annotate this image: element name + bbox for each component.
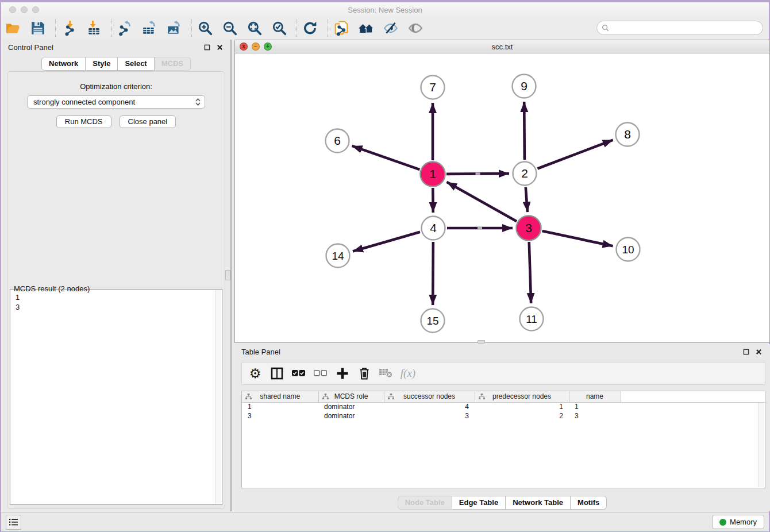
- cell-shared-name[interactable]: 1: [242, 402, 318, 411]
- first-neighbors-button[interactable]: [357, 20, 375, 37]
- mcds-result-line: 3: [16, 302, 215, 312]
- horizontal-splitter-handle[interactable]: [478, 340, 485, 344]
- tab-select[interactable]: Select: [118, 57, 154, 71]
- export-table-button[interactable]: [141, 20, 158, 37]
- close-window-icon[interactable]: [9, 6, 16, 13]
- import-network-button[interactable]: [60, 20, 78, 37]
- table-row[interactable]: 1dominator411: [242, 402, 765, 411]
- table-tabs: Node TableEdge TableNetwork TableMotifs: [234, 496, 770, 510]
- control-panel-header: Control Panel: [2, 40, 230, 55]
- delete-rows-button[interactable]: [356, 365, 373, 382]
- run-mcds-button[interactable]: Run MCDS: [56, 115, 111, 128]
- graph-edge-4-15[interactable]: [433, 242, 433, 305]
- column-header-shared-name[interactable]: shared name: [242, 391, 318, 402]
- attribute-tree-icon: [388, 394, 394, 400]
- search-input[interactable]: [609, 22, 763, 34]
- cell-successor-nodes[interactable]: 3: [384, 411, 475, 421]
- toolbar-separator: [328, 20, 328, 37]
- open-session-button[interactable]: [5, 20, 22, 37]
- zoom-in-button[interactable]: [197, 20, 214, 37]
- column-header-name[interactable]: name: [569, 391, 621, 402]
- graph-edge-2-9[interactable]: [524, 102, 525, 160]
- cell-name[interactable]: 3: [569, 411, 621, 421]
- cell-shared-name[interactable]: 3: [242, 411, 318, 421]
- attribute-tree-icon: [479, 394, 485, 400]
- memory-button[interactable]: Memory: [712, 515, 764, 529]
- close-table-panel-icon[interactable]: [754, 347, 763, 356]
- add-row-button[interactable]: [334, 365, 351, 382]
- select-all-button[interactable]: [290, 365, 307, 382]
- table-row[interactable]: 3dominator323: [242, 411, 765, 421]
- network-maximize-icon[interactable]: +: [264, 43, 272, 51]
- edge-handle: [478, 227, 482, 229]
- close-panel-button[interactable]: Close panel: [120, 115, 176, 128]
- zoom-selected-icon: [272, 21, 287, 36]
- task-history-button[interactable]: [6, 515, 21, 530]
- tab-motifs[interactable]: Motifs: [571, 496, 607, 510]
- graph-node-label-2: 2: [521, 167, 528, 180]
- vertical-splitter-handle[interactable]: [225, 270, 230, 280]
- export-network-button[interactable]: [116, 20, 133, 37]
- optimization-criterion-select[interactable]: strongly connected component: [27, 95, 205, 109]
- import-table-button[interactable]: [85, 20, 102, 37]
- close-panel-icon[interactable]: [215, 43, 224, 52]
- zoom-out-button[interactable]: [221, 20, 238, 37]
- float-table-panel-icon[interactable]: [741, 347, 750, 356]
- tab-node-table[interactable]: Node Table: [398, 496, 452, 510]
- export-image-button[interactable]: [165, 20, 183, 37]
- save-session-button[interactable]: [29, 20, 47, 37]
- graph-edge-2-3[interactable]: [526, 187, 528, 212]
- tab-network[interactable]: Network: [41, 57, 86, 71]
- graph-node-label-3: 3: [525, 221, 532, 234]
- cell-predecessor-nodes[interactable]: 1: [475, 402, 569, 411]
- settings-gear-button[interactable]: ⚙: [247, 365, 264, 382]
- cell-name[interactable]: 1: [569, 402, 621, 411]
- export-table-icon: [142, 21, 157, 36]
- cell-MCDS-role[interactable]: dominator: [318, 402, 384, 411]
- result-scrollbar[interactable]: [215, 290, 221, 504]
- column-header-successor-nodes[interactable]: successor nodes: [384, 391, 475, 402]
- selected-criterion: strongly connected component: [33, 98, 192, 106]
- graph-edge-3-10[interactable]: [542, 231, 613, 246]
- graph-edge-3-11[interactable]: [529, 242, 531, 303]
- mcds-result-textarea[interactable]: 13: [10, 289, 222, 505]
- hide-selected-button[interactable]: [382, 20, 399, 37]
- table-scrollbar[interactable]: [758, 403, 764, 487]
- network-close-icon[interactable]: x: [240, 43, 248, 51]
- tab-style[interactable]: Style: [86, 57, 118, 71]
- network-minimize-icon[interactable]: −: [252, 43, 260, 51]
- column-header-MCDS-role[interactable]: MCDS role: [318, 391, 384, 402]
- clear-table-button: [378, 365, 395, 382]
- column-header-predecessor-nodes[interactable]: predecessor nodes: [475, 391, 569, 402]
- graph-edge-1-6[interactable]: [352, 146, 419, 169]
- import-network-icon: [61, 21, 76, 36]
- toggle-columns-button[interactable]: [268, 365, 286, 382]
- mcds-result-title: MCDS result (2 nodes): [13, 284, 91, 293]
- maximize-window-icon[interactable]: [32, 6, 39, 13]
- graph-edge-3-1[interactable]: [446, 182, 517, 221]
- graph-edge-2-8[interactable]: [537, 140, 613, 169]
- hide-selected-icon: [383, 21, 398, 36]
- cell-successor-nodes[interactable]: 4: [384, 402, 475, 411]
- cell-predecessor-nodes[interactable]: 2: [475, 411, 569, 421]
- refresh-layout-button[interactable]: [302, 20, 319, 37]
- show-all-button[interactable]: [407, 20, 424, 37]
- clone-network-button[interactable]: [333, 20, 350, 37]
- zoom-fit-button[interactable]: [246, 20, 263, 37]
- cell-MCDS-role[interactable]: dominator: [318, 411, 384, 421]
- deselect-all-button[interactable]: [312, 365, 329, 382]
- toolbar-separator: [191, 20, 192, 37]
- column-label: predecessor nodes: [492, 392, 551, 400]
- table-toolbar: ⚙f(x): [241, 362, 765, 385]
- deselect-all-icon: [314, 367, 328, 380]
- network-canvas[interactable]: 1234678910111415: [235, 54, 769, 342]
- minimize-window-icon[interactable]: [21, 6, 28, 13]
- float-panel-icon[interactable]: [202, 43, 211, 52]
- tab-mcds[interactable]: MCDS: [155, 57, 191, 71]
- zoom-selected-button[interactable]: [271, 20, 288, 37]
- search-box[interactable]: [596, 21, 763, 35]
- network-window-titlebar: x − + scc.txt: [235, 40, 769, 53]
- tab-network-table[interactable]: Network Table: [506, 496, 571, 510]
- graph-edge-4-14[interactable]: [353, 232, 420, 252]
- tab-edge-table[interactable]: Edge Table: [452, 496, 506, 510]
